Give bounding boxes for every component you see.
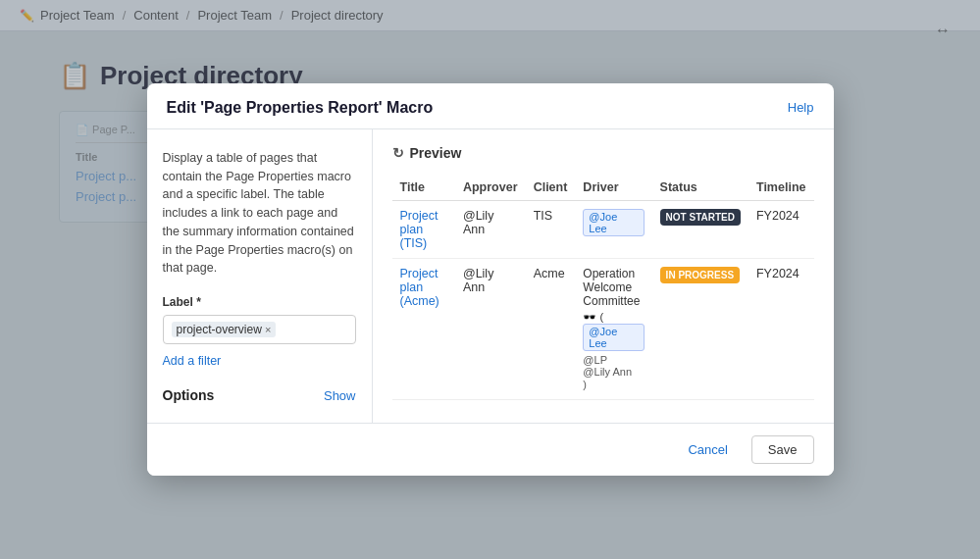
refresh-icon[interactable]: ↻: [392, 145, 404, 161]
not-started-badge: NOT STARTED: [660, 209, 741, 226]
row2-driver: Operation Welcome Committee 🕶️ ( @Joe Le…: [575, 258, 651, 399]
row2-timeline: FY2024: [748, 258, 814, 399]
col-title: Title: [392, 175, 455, 201]
table-header-row: Title Approver Client Driver Status Time…: [392, 175, 814, 201]
left-panel: Display a table of pages that contain th…: [147, 129, 373, 423]
row2-client: Acme: [526, 258, 576, 399]
row1-approver: @Lily Ann: [455, 200, 526, 258]
right-panel: ↻ Preview Title Approver Client Driver S…: [373, 129, 834, 423]
col-client: Client: [526, 175, 576, 201]
options-label: Options: [163, 387, 215, 403]
row1-driver-mention: @Joe Lee: [583, 209, 644, 236]
label-section: Label * project-overview ×: [163, 295, 356, 344]
modal-footer: Cancel Save: [147, 423, 834, 476]
row1-status: NOT STARTED: [652, 200, 748, 258]
label-field-label: Label *: [163, 295, 356, 309]
add-filter-link[interactable]: Add a filter: [163, 354, 356, 368]
save-button[interactable]: Save: [751, 435, 814, 464]
row1-title-link[interactable]: Project plan (TIS): [400, 209, 438, 250]
col-driver: Driver: [575, 175, 651, 201]
row1-driver: @Joe Lee: [575, 200, 651, 258]
modal-header: Edit 'Page Properties Report' Macro Help: [147, 83, 834, 129]
preview-table: Title Approver Client Driver Status Time…: [392, 175, 814, 400]
row2-driver-mention: @Joe Lee: [583, 324, 644, 351]
modal-body: Display a table of pages that contain th…: [147, 129, 834, 423]
row1-title: Project plan (TIS): [392, 200, 455, 258]
row1-timeline: FY2024: [748, 200, 814, 258]
modal-overlay: Edit 'Page Properties Report' Macro Help…: [0, 0, 980, 559]
cancel-button[interactable]: Cancel: [674, 435, 741, 464]
col-status: Status: [652, 175, 748, 201]
row2-status: IN PROGRESS: [652, 258, 748, 399]
in-progress-badge: IN PROGRESS: [660, 267, 740, 283]
modal-title: Edit 'Page Properties Report' Macro: [167, 99, 434, 117]
row2-title-link[interactable]: Project plan (Acme): [400, 267, 439, 308]
row2-driver-secondary: @LP @Lily Ann: [583, 354, 644, 378]
description-text: Display a table of pages that contain th…: [163, 149, 356, 278]
row2-approver: @Lily Ann: [455, 258, 526, 399]
modal: Edit 'Page Properties Report' Macro Help…: [147, 83, 834, 476]
label-tag-input[interactable]: project-overview ×: [163, 315, 356, 344]
row1-client: TIS: [526, 200, 576, 258]
col-timeline: Timeline: [748, 175, 814, 201]
table-row: Project plan (TIS) @Lily Ann TIS @Joe Le…: [392, 200, 814, 258]
row2-driver-main: Operation Welcome Committee: [583, 267, 644, 308]
preview-header: ↻ Preview: [392, 145, 814, 161]
tag-remove-button[interactable]: ×: [265, 324, 271, 335]
options-show-link[interactable]: Show: [324, 388, 356, 403]
label-tag: project-overview ×: [172, 322, 277, 337]
row2-title: Project plan (Acme): [392, 258, 455, 399]
help-link[interactable]: Help: [788, 100, 814, 115]
row2-driver-eyes: 🕶️ (: [583, 311, 644, 324]
options-section: Options Show: [163, 387, 356, 403]
table-row: Project plan (Acme) @Lily Ann Acme Opera…: [392, 258, 814, 399]
col-approver: Approver: [455, 175, 526, 201]
preview-label: Preview: [410, 145, 462, 161]
